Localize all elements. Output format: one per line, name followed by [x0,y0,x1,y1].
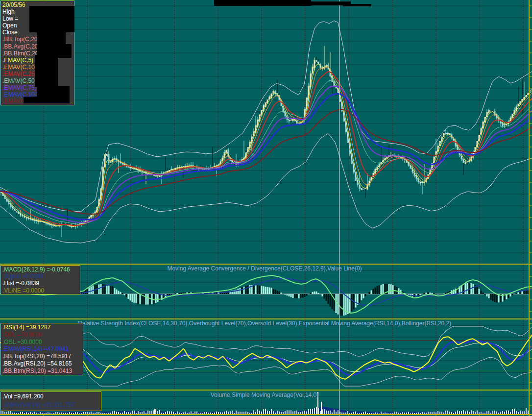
legend-line: .Hist =-0.0839 [2,280,78,287]
legend-line: .EMAV(RSI,14) =47.0941 [2,345,81,353]
legend-line: .OBL =70.0000 [2,331,81,339]
redaction-blob [343,4,371,6]
redaction-blob [24,97,70,103]
redaction-blob [35,55,58,87]
legend-line: .VLINE =0.0000 [2,287,78,294]
legend-line: .Signal =0.0093 [2,273,78,280]
redaction-blob [29,6,74,32]
rsi-legend-box: .RSI(14) =39.1287.OBL =70.0000.OSL =30.0… [0,323,83,375]
legend-line: .SMAV(Vol,14) =21,311,757 [2,401,99,409]
redaction-blob [293,1,351,5]
legend-line: .BB.Avg(RSI,20) =54.8165 [2,360,81,367]
legend-line: .BB.Top(RSI,20) =78.5917 [2,353,81,360]
chart-window: 20/05/56HighLow =OpenClose.BB.Top(C,20).… [0,0,532,416]
volume-legend-box: .Vol =9,691,200.SMAV(Vol,14) =21,311,757 [0,392,101,411]
legend-line: .RSI(14) =39.1287 [2,324,81,331]
macd-legend-box: .MACD(26,12,9) =-0.0746.Signal =0.0093.H… [0,265,80,294]
legend-line: .OSL =30.0000 [2,339,81,346]
legend-line: .MACD(26,12,9) =-0.0746 [2,266,78,273]
legend-line: .Vol =9,691,200 [2,392,99,401]
legend-line: .BB.Btm(RSI,20) =31.0413 [2,367,81,375]
